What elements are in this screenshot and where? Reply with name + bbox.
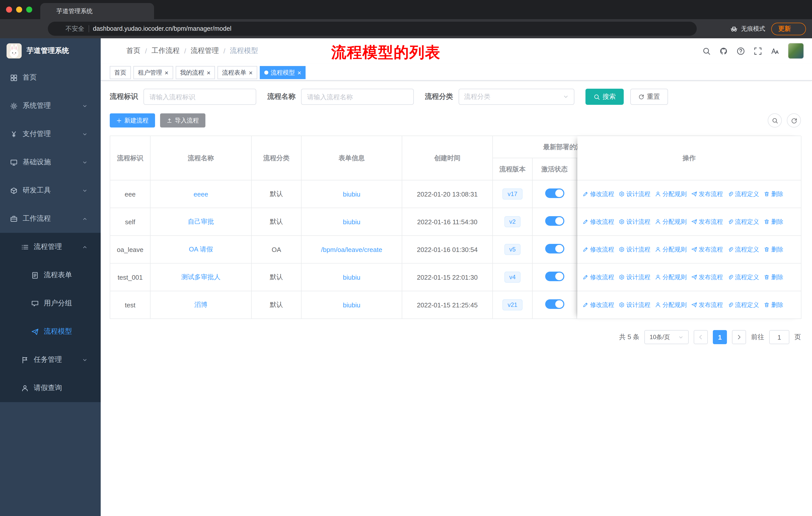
action-publish[interactable]: 发布流程 bbox=[691, 245, 723, 254]
header-github-button[interactable] bbox=[719, 47, 728, 55]
tag-process-form[interactable]: 流程表单× bbox=[218, 66, 257, 79]
action-assign-rule[interactable]: 分配规则 bbox=[655, 217, 687, 226]
action-delete[interactable]: 删除 bbox=[764, 301, 783, 309]
password-manager-icon[interactable] bbox=[703, 25, 710, 32]
tag-close-icon[interactable]: × bbox=[207, 69, 210, 76]
action-definition[interactable]: 流程定义 bbox=[727, 245, 759, 254]
action-definition[interactable]: 流程定义 bbox=[727, 217, 759, 226]
active-status-toggle[interactable] bbox=[545, 188, 564, 198]
action-assign-rule[interactable]: 分配规则 bbox=[655, 301, 687, 309]
process-id-input[interactable] bbox=[143, 89, 256, 105]
tag-close-icon[interactable]: × bbox=[297, 69, 301, 76]
window-minimize-button[interactable] bbox=[16, 6, 22, 12]
action-publish[interactable]: 发布流程 bbox=[691, 190, 723, 198]
tag-close-icon[interactable]: × bbox=[165, 69, 168, 76]
active-status-toggle[interactable] bbox=[545, 216, 564, 226]
header-fontsize-button[interactable] bbox=[771, 47, 779, 55]
sidebar-item-task-management[interactable]: 任务管理 bbox=[0, 346, 101, 374]
goto-page-input[interactable] bbox=[769, 330, 789, 344]
header-search-button[interactable] bbox=[702, 47, 711, 55]
action-publish[interactable]: 发布流程 bbox=[691, 217, 723, 226]
tag-process-model[interactable]: 流程模型× bbox=[260, 66, 306, 79]
action-definition[interactable]: 流程定义 bbox=[727, 190, 759, 198]
user-avatar[interactable] bbox=[788, 43, 804, 59]
action-assign-rule[interactable]: 分配规则 bbox=[655, 245, 687, 254]
action-design[interactable]: 设计流程 bbox=[619, 217, 650, 226]
tag-home[interactable]: 首页 bbox=[110, 66, 131, 79]
breadcrumb-item[interactable]: 工作流程 bbox=[151, 46, 180, 55]
next-page-button[interactable] bbox=[732, 330, 746, 344]
sidebar-item-system[interactable]: 系统管理 bbox=[0, 92, 101, 120]
sidebar-item-home[interactable]: 首页 bbox=[0, 63, 101, 92]
action-design[interactable]: 设计流程 bbox=[619, 301, 650, 309]
header-fullscreen-button[interactable] bbox=[754, 47, 762, 55]
bookmark-star-icon[interactable] bbox=[716, 25, 724, 32]
action-modify[interactable]: 修改流程 bbox=[582, 273, 614, 281]
action-delete[interactable]: 删除 bbox=[764, 217, 783, 226]
sidebar-item-infrastructure[interactable]: 基础设施 bbox=[0, 148, 101, 176]
browser-tab[interactable]: 芋道管理系统 bbox=[40, 3, 154, 19]
search-button[interactable]: 搜索 bbox=[585, 89, 624, 105]
action-modify[interactable]: 修改流程 bbox=[582, 190, 614, 198]
action-delete[interactable]: 删除 bbox=[764, 190, 783, 198]
refresh-table-button[interactable] bbox=[787, 113, 801, 128]
sidebar-item-process-model[interactable]: 流程模型 bbox=[0, 318, 101, 346]
new-tab-button[interactable] bbox=[159, 7, 166, 13]
process-name-input[interactable] bbox=[301, 89, 414, 105]
action-modify[interactable]: 修改流程 bbox=[582, 301, 614, 309]
tag-close-icon[interactable]: × bbox=[249, 69, 253, 76]
form-info-link[interactable]: biubiu bbox=[343, 218, 360, 225]
action-publish[interactable]: 发布流程 bbox=[691, 301, 723, 309]
active-status-toggle[interactable] bbox=[545, 272, 564, 281]
update-chip[interactable]: 更新 bbox=[771, 22, 806, 35]
import-process-button[interactable]: 导入流程 bbox=[160, 113, 205, 128]
sidebar-item-devtools[interactable]: 研发工具 bbox=[0, 176, 101, 205]
process-category-select[interactable]: 流程分类 bbox=[459, 89, 574, 105]
action-definition[interactable]: 流程定义 bbox=[727, 301, 759, 309]
window-close-button[interactable] bbox=[6, 6, 12, 12]
action-modify[interactable]: 修改流程 bbox=[582, 217, 614, 226]
form-info-link[interactable]: biubiu bbox=[343, 273, 360, 281]
tab-close-icon[interactable] bbox=[143, 9, 149, 15]
toggle-search-button[interactable] bbox=[768, 113, 782, 128]
tag-my-process[interactable]: 我的流程× bbox=[175, 66, 215, 79]
page-size-select[interactable]: 10条/页 bbox=[645, 330, 689, 344]
action-design[interactable]: 设计流程 bbox=[619, 273, 650, 281]
action-design[interactable]: 设计流程 bbox=[619, 190, 650, 198]
reset-button[interactable]: 重置 bbox=[630, 89, 668, 105]
header-question-button[interactable] bbox=[736, 47, 745, 55]
back-button[interactable] bbox=[6, 25, 14, 33]
action-delete[interactable]: 删除 bbox=[764, 245, 783, 254]
breadcrumb-item[interactable]: 流程管理 bbox=[191, 46, 219, 55]
sidebar-item-process-management[interactable]: 流程管理 bbox=[0, 233, 101, 261]
active-status-toggle[interactable] bbox=[545, 299, 564, 309]
sidebar-item-user-group[interactable]: 用户分组 bbox=[0, 289, 101, 318]
browser-menu-icon[interactable] bbox=[794, 25, 802, 32]
form-info-link[interactable]: /bpm/oa/leave/create bbox=[321, 246, 382, 253]
action-publish[interactable]: 发布流程 bbox=[691, 273, 723, 281]
action-design[interactable]: 设计流程 bbox=[619, 245, 650, 254]
form-info-link[interactable]: biubiu bbox=[343, 301, 360, 309]
process-name-link[interactable]: 自己审批 bbox=[188, 218, 214, 225]
action-assign-rule[interactable]: 分配规则 bbox=[655, 273, 687, 281]
process-name-link[interactable]: 测试多审批人 bbox=[181, 273, 221, 281]
sidebar-item-leave-query[interactable]: 请假查询 bbox=[0, 374, 101, 402]
form-info-link[interactable]: biubiu bbox=[343, 190, 360, 198]
action-definition[interactable]: 流程定义 bbox=[727, 273, 759, 281]
forward-button[interactable] bbox=[20, 25, 28, 33]
process-name-link[interactable]: OA 请假 bbox=[189, 245, 213, 253]
address-bar[interactable]: 不安全 dashboard.yudao.iocoder.cn/bpm/manag… bbox=[48, 22, 697, 36]
reload-button[interactable] bbox=[34, 25, 42, 32]
action-delete[interactable]: 删除 bbox=[764, 273, 783, 281]
active-status-toggle[interactable] bbox=[545, 244, 564, 253]
process-name-link[interactable]: 滔博 bbox=[194, 301, 207, 308]
page-number-button[interactable]: 1 bbox=[713, 330, 727, 344]
sidebar-item-process-form[interactable]: 流程表单 bbox=[0, 261, 101, 289]
sidebar-toggle-icon[interactable] bbox=[110, 47, 118, 55]
sidebar-item-workflow[interactable]: 工作流程 bbox=[0, 205, 101, 233]
action-assign-rule[interactable]: 分配规则 bbox=[655, 190, 687, 198]
sidebar-item-payment[interactable]: 支付管理 bbox=[0, 120, 101, 148]
tag-tenant[interactable]: 租户管理× bbox=[134, 66, 173, 79]
process-name-link[interactable]: eeee bbox=[194, 190, 208, 198]
prev-page-button[interactable] bbox=[694, 330, 708, 344]
